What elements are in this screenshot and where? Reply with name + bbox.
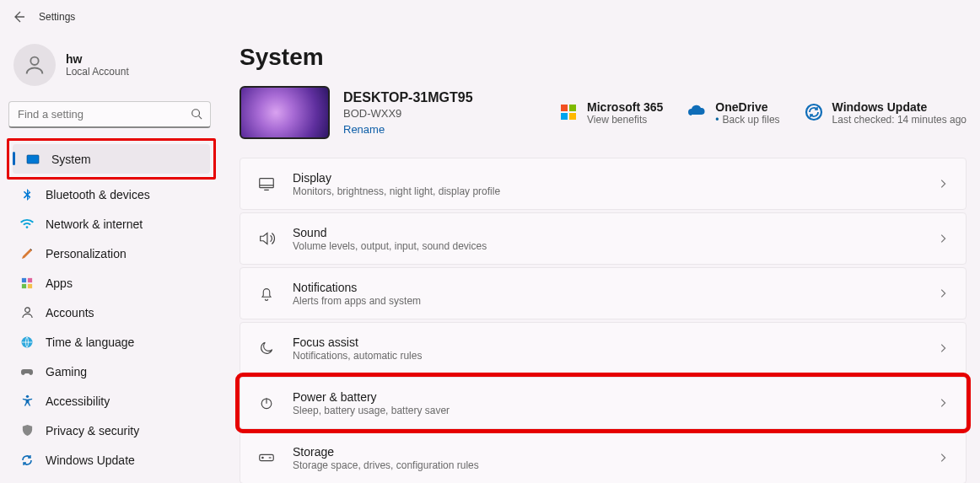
svg-rect-11	[561, 105, 568, 111]
setting-sub: Monitors, brightness, night light, displ…	[293, 185, 937, 197]
search-wrap	[8, 101, 211, 128]
setting-power[interactable]: Power & battery Sleep, battery usage, ba…	[240, 377, 967, 429]
power-icon	[257, 394, 276, 412]
nav-label: Gaming	[46, 365, 87, 378]
setting-title: Storage	[293, 445, 937, 459]
setting-sound[interactable]: Sound Volume levels, output, input, soun…	[240, 212, 967, 265]
shield-icon	[20, 424, 34, 437]
accounts-icon	[20, 306, 34, 319]
m365-icon	[558, 102, 579, 122]
nav-item-network[interactable]: Network & internet	[7, 209, 216, 239]
svg-rect-12	[569, 105, 576, 111]
titlebar: Settings	[0, 0, 980, 34]
nav-item-bluetooth[interactable]: Bluetooth & devices	[7, 180, 216, 209]
account-block[interactable]: hw Local Account	[7, 40, 216, 98]
setting-title: Focus assist	[293, 335, 937, 349]
setting-notifications[interactable]: Notifications Alerts from apps and syste…	[240, 267, 967, 319]
page-title: System	[240, 44, 967, 71]
device-model: BOD-WXX9	[343, 107, 473, 120]
setting-title: Display	[293, 171, 937, 185]
nav-label: Bluetooth & devices	[46, 188, 150, 201]
svg-rect-13	[561, 113, 568, 120]
search-icon	[191, 108, 202, 120]
svg-rect-16	[260, 179, 274, 188]
account-type: Local Account	[66, 66, 129, 78]
nav-item-apps[interactable]: Apps	[7, 268, 216, 298]
svg-rect-5	[28, 277, 32, 282]
avatar	[13, 44, 56, 86]
device-name: DESKTOP-31MGT95	[343, 90, 473, 105]
bluetooth-icon	[20, 188, 34, 201]
apps-icon	[20, 276, 34, 290]
status-onedrive[interactable]: OneDrive •Back up files	[687, 100, 779, 126]
nav-label: System	[51, 153, 91, 166]
paintbrush-icon	[20, 247, 34, 260]
chevron-right-icon	[937, 233, 949, 244]
nav-label: Apps	[46, 276, 73, 290]
device-thumbnail	[240, 86, 330, 139]
status-title: Microsoft 365	[587, 100, 663, 114]
highlight-system: System	[7, 138, 216, 180]
status-title: Windows Update	[832, 100, 967, 114]
setting-focus[interactable]: Focus assist Notifications, automatic ru…	[240, 322, 967, 374]
chevron-right-icon	[937, 178, 949, 190]
nav-item-update[interactable]: Windows Update	[7, 445, 216, 475]
status-title: OneDrive	[715, 100, 779, 114]
status-sub: •Back up files	[715, 114, 779, 126]
update-icon	[20, 453, 34, 467]
setting-sub: Alerts from apps and system	[293, 295, 937, 307]
status-sub: View benefits	[587, 114, 663, 126]
moon-icon	[257, 339, 276, 357]
svg-rect-2	[27, 155, 39, 164]
accessibility-icon	[20, 394, 34, 408]
nav-item-accessibility[interactable]: Accessibility	[7, 386, 216, 416]
settings-list: Display Monitors, brightness, night ligh…	[240, 158, 967, 483]
display-icon	[257, 174, 276, 193]
nav-item-gaming[interactable]: Gaming	[7, 357, 216, 386]
bell-icon	[257, 284, 276, 303]
chevron-right-icon	[937, 397, 949, 409]
device-block[interactable]: DESKTOP-31MGT95 BOD-WXX9 Rename	[240, 86, 473, 139]
onedrive-icon	[687, 102, 707, 122]
storage-icon	[257, 448, 276, 467]
sidebar: hw Local Account System Bluetooth & devi…	[0, 34, 219, 483]
setting-title: Power & battery	[293, 390, 937, 404]
nav-label: Time & language	[46, 335, 134, 349]
status-m365[interactable]: Microsoft 365 View benefits	[558, 100, 663, 126]
sound-icon	[257, 229, 276, 248]
nav-item-accounts[interactable]: Accounts	[7, 298, 216, 327]
setting-sub: Notifications, automatic rules	[293, 350, 937, 362]
nav-label: Windows Update	[46, 453, 135, 467]
svg-point-8	[24, 308, 30, 313]
status-cards: Microsoft 365 View benefits OneDrive •Ba…	[558, 100, 967, 126]
main-content: System DESKTOP-31MGT95 BOD-WXX9 Rename M…	[219, 34, 980, 483]
nav-label: Personalization	[46, 247, 127, 260]
setting-sub: Sleep, battery usage, battery saver	[293, 405, 937, 416]
status-sub: Last checked: 14 minutes ago	[832, 114, 967, 126]
nav-item-personalization[interactable]: Personalization	[7, 239, 216, 268]
chevron-right-icon	[937, 287, 949, 299]
chevron-right-icon	[937, 452, 949, 464]
setting-storage[interactable]: Storage Storage space, drives, configura…	[240, 432, 967, 483]
back-arrow-icon[interactable]	[12, 10, 25, 24]
nav-item-time[interactable]: Time & language	[7, 327, 216, 357]
setting-display[interactable]: Display Monitors, brightness, night ligh…	[240, 158, 967, 210]
system-icon	[26, 153, 40, 166]
nav-item-system[interactable]: System	[13, 144, 210, 174]
nav-item-privacy[interactable]: Privacy & security	[7, 416, 216, 445]
svg-point-19	[262, 457, 263, 458]
status-update[interactable]: Windows Update Last checked: 14 minutes …	[804, 100, 967, 126]
search-input[interactable]	[8, 101, 211, 128]
globe-clock-icon	[20, 335, 34, 349]
rename-link[interactable]: Rename	[343, 123, 385, 136]
svg-point-15	[806, 105, 821, 120]
nav-label: Privacy & security	[46, 424, 139, 437]
setting-sub: Volume levels, output, input, sound devi…	[293, 240, 937, 252]
svg-rect-14	[569, 113, 576, 120]
setting-sub: Storage space, drives, configuration rul…	[293, 459, 937, 471]
setting-title: Sound	[293, 226, 937, 239]
device-status-row: DESKTOP-31MGT95 BOD-WXX9 Rename Microsof…	[240, 86, 967, 139]
svg-rect-7	[28, 283, 32, 287]
svg-rect-6	[22, 283, 26, 287]
windows-update-icon	[804, 102, 824, 122]
